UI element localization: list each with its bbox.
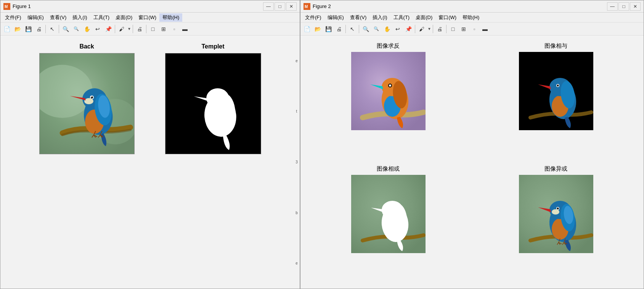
tb-printfig-2[interactable]: 🖨	[435, 24, 445, 34]
menu-edit-2[interactable]: 编辑(E)	[324, 13, 347, 22]
figure2-controls: — □ ✕	[607, 2, 641, 11]
side-label-e: e	[296, 59, 298, 63]
tb-layout-1[interactable]: ▬	[180, 24, 190, 34]
tb-datacursor-1[interactable]: 📌	[103, 24, 113, 34]
subplot-templet: Templet	[165, 43, 261, 154]
tb-sep-2c	[415, 25, 415, 33]
side-label-e2: e	[296, 261, 298, 265]
menu-tools-2[interactable]: 工具(T)	[390, 13, 413, 22]
tb-layout-2[interactable]: ▬	[480, 24, 490, 34]
tb-propedit-1[interactable]: ▫	[169, 24, 179, 34]
subplot-inverse: 图像求反	[304, 39, 472, 162]
tb-datacursor-2[interactable]: 📌	[403, 24, 413, 34]
tb-figtools-2[interactable]: □	[448, 24, 458, 34]
subplot-or: 图像相或	[304, 162, 472, 285]
and-image-svg	[519, 52, 593, 130]
templet-image	[165, 53, 261, 154]
tb-sep-1e	[146, 25, 146, 33]
tb-brush-arrow-2[interactable]: ▼	[427, 27, 431, 31]
svg-point-34	[557, 85, 559, 87]
subplot-templet-title: Templet	[201, 43, 224, 50]
menu-desktop-2[interactable]: 桌面(D)	[413, 13, 435, 22]
tb-new-1[interactable]: 📄	[2, 24, 12, 34]
menu-help-2[interactable]: 帮助(H)	[459, 13, 482, 22]
tb-figtools-1[interactable]: □	[148, 24, 158, 34]
tb-sep-1b	[59, 25, 59, 33]
figure1-close-button[interactable]: ✕	[286, 2, 297, 11]
tb-plotbrowser-2[interactable]: ⊞	[459, 24, 469, 34]
menu-help-1[interactable]: 帮助(H)	[159, 13, 182, 22]
subplot-or-title: 图像相或	[377, 165, 400, 173]
menu-desktop-1[interactable]: 桌面(D)	[112, 13, 135, 22]
tb-zoomin-1[interactable]: 🔍	[61, 24, 71, 34]
svg-text:M: M	[305, 5, 308, 9]
tb-sep-2e	[446, 25, 446, 33]
figure2-menu-bar: 文件(F) 编辑(E) 查看(V) 插入(I) 工具(T) 桌面(D) 窗口(W…	[300, 13, 644, 23]
menu-file-2[interactable]: 文件(F)	[302, 13, 324, 22]
tb-save-1[interactable]: 💾	[23, 24, 33, 34]
xor-image	[519, 175, 593, 253]
tb-open-2[interactable]: 📂	[313, 24, 323, 34]
side-label-t: t	[296, 109, 297, 113]
tb-brush-2[interactable]: 🖌	[417, 24, 427, 34]
menu-insert-1[interactable]: 插入(I)	[69, 13, 90, 22]
menu-view-2[interactable]: 查看(V)	[347, 13, 369, 22]
menu-view-1[interactable]: 查看(V)	[47, 13, 69, 22]
tb-sep-1c	[115, 25, 115, 33]
svg-point-48	[552, 209, 559, 215]
tb-brush-arrow-1[interactable]: ▼	[127, 27, 131, 31]
menu-file-1[interactable]: 文件(F)	[2, 13, 24, 22]
tb-new-2[interactable]: 📄	[302, 24, 312, 34]
tb-zoomin-2[interactable]: 🔍	[361, 24, 371, 34]
menu-insert-2[interactable]: 插入(I)	[369, 13, 390, 22]
menu-window-2[interactable]: 窗口(W)	[435, 13, 459, 22]
tb-open-1[interactable]: 📂	[13, 24, 22, 34]
menu-tools-1[interactable]: 工具(T)	[90, 13, 113, 22]
tb-print-1[interactable]: 🖨	[34, 24, 44, 34]
figure1-toolbar: 📄 📂 💾 🖨 ↖ 🔍 🔍 ✋ ↩ 📌 🖌 ▼ 🖨 □ ⊞ ▫ ▬	[0, 23, 300, 36]
tb-plotbrowser-1[interactable]: ⊞	[159, 24, 169, 34]
and-image	[519, 52, 593, 130]
figure1-content: Back	[0, 36, 300, 289]
figure2-window: M Figure 2 — □ ✕ 文件(F) 编辑(E) 查看(V) 插入(I)…	[300, 0, 644, 289]
tb-sep-2a	[345, 25, 346, 33]
figure1-title: Figure 1	[13, 3, 263, 9]
tb-save-2[interactable]: 💾	[323, 24, 333, 34]
subplot-xor-title: 图像异或	[544, 165, 567, 173]
svg-point-12	[91, 96, 92, 97]
tb-sep-2d	[433, 25, 433, 33]
figure1-minimize-button[interactable]: —	[263, 2, 274, 11]
tb-print-2[interactable]: 🖨	[334, 24, 344, 34]
subplot-and: 图像相与	[472, 39, 640, 162]
figure2-maximize-button[interactable]: □	[618, 2, 629, 11]
xor-image-svg	[519, 175, 593, 253]
subplot-back-title: Back	[79, 43, 94, 50]
menu-edit-1[interactable]: 编辑(E)	[24, 13, 47, 22]
tb-zoomout-2[interactable]: 🔍	[371, 24, 381, 34]
tb-brush-1[interactable]: 🖌	[117, 24, 127, 34]
figure2-toolbar: 📄 📂 💾 🖨 ↖ 🔍 🔍 ✋ ↩ 📌 🖌 ▼ 🖨 □ ⊞ ▫ ▬	[300, 23, 644, 36]
tb-pan-2[interactable]: ✋	[382, 24, 392, 34]
tb-printfig-1[interactable]: 🖨	[135, 24, 145, 34]
tb-sep-1d	[133, 25, 133, 33]
figure2-matlab-icon: M	[304, 3, 310, 10]
inverse-image-svg	[351, 52, 426, 130]
figure2-close-button[interactable]: ✕	[630, 2, 641, 11]
tb-rotate-1[interactable]: ↩	[93, 24, 103, 34]
figure2-minimize-button[interactable]: —	[607, 2, 618, 11]
menu-window-1[interactable]: 窗口(W)	[135, 13, 159, 22]
tb-rotate-2[interactable]: ↩	[393, 24, 403, 34]
figure1-side-labels: e t 3 b e	[294, 36, 300, 289]
tb-select-1[interactable]: ↖	[47, 24, 57, 34]
figure1-window: M Figure 1 — □ ✕ 文件(F) 编辑(E) 查看(V) 插入(I)…	[0, 0, 300, 289]
templet-image-svg	[165, 53, 261, 154]
tb-zoomout-1[interactable]: 🔍	[71, 24, 81, 34]
svg-rect-39	[385, 215, 398, 221]
subplot-and-title: 图像相与	[544, 42, 567, 50]
figure1-maximize-button[interactable]: □	[275, 2, 285, 11]
figure1-plots: Back	[0, 36, 300, 289]
tb-select-2[interactable]: ↖	[347, 24, 357, 34]
subplot-xor: 图像异或	[472, 162, 640, 285]
tb-propedit-2[interactable]: ▫	[469, 24, 479, 34]
tb-pan-1[interactable]: ✋	[82, 24, 92, 34]
